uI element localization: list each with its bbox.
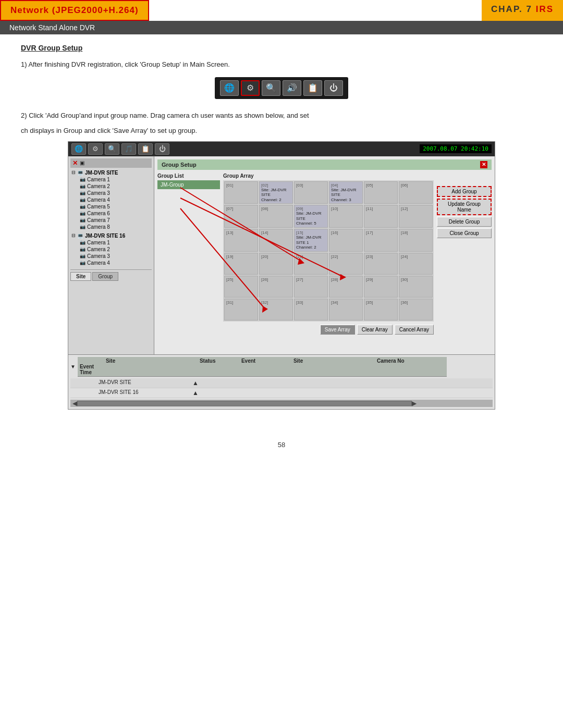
grid-cell-1[interactable]: [01] bbox=[224, 181, 258, 204]
toolbar-icon-list[interactable]: 📋 bbox=[303, 80, 322, 96]
add-group-btn[interactable]: Add Group bbox=[437, 186, 492, 197]
cell-num-20: [20] bbox=[261, 254, 268, 259]
cell-num-4: [04] bbox=[331, 183, 338, 188]
grid-cell-22[interactable]: [22] bbox=[329, 253, 363, 275]
grid-cell-27[interactable]: [27] bbox=[294, 276, 328, 298]
grid-cell-34[interactable]: [34] bbox=[329, 299, 363, 320]
grid-cell-30[interactable]: [30] bbox=[399, 276, 433, 298]
tree-camera-1-7[interactable]: 📷Camera 7 bbox=[70, 217, 152, 224]
tab-group[interactable]: Group bbox=[92, 272, 118, 281]
grid-cell-10[interactable]: [10] bbox=[329, 205, 363, 228]
grid-cell-14[interactable]: [14] bbox=[259, 229, 293, 252]
grid-cell-31[interactable]: [31] bbox=[224, 299, 258, 320]
tree-camera-1-2[interactable]: 📷Camera 2 bbox=[70, 183, 152, 190]
grid-cell-4[interactable]: [04]Site: JM-DVR SITE Channel: 3 bbox=[329, 181, 363, 204]
clear-array-btn[interactable]: Clear Array bbox=[357, 325, 393, 335]
grid-cell-15[interactable]: [15]Site: JM-DVR SITE 1 Channel: 2 bbox=[294, 229, 328, 252]
grid-cell-23[interactable]: [23] bbox=[364, 253, 398, 275]
grid-cell-5[interactable]: [05] bbox=[364, 181, 398, 204]
toolbar-icon-power[interactable]: ⏻ bbox=[324, 80, 343, 96]
scroll-right-arrow[interactable]: ▶ bbox=[412, 400, 417, 407]
step1-text: 1) After finishing DVR registration, cli… bbox=[21, 59, 542, 70]
tree-site2[interactable]: ⊟ 💻 JM-DVR SITE 16 bbox=[70, 232, 152, 239]
subheader: Network Stand Alone DVR bbox=[0, 21, 563, 34]
row1-site: JM-DVR SITE bbox=[99, 379, 192, 387]
dvr-icon-list[interactable]: 📋 bbox=[138, 143, 153, 155]
save-array-btn[interactable]: Save Array bbox=[320, 325, 355, 335]
dvr-icon-sound[interactable]: 🎵 bbox=[121, 143, 136, 155]
grid-cell-33[interactable]: [33] bbox=[294, 299, 328, 320]
chap-label: CHAP. 7 bbox=[491, 4, 536, 14]
dvr-icon-search[interactable]: 🔍 bbox=[105, 143, 119, 155]
tree-camera-2-1[interactable]: 📷Camera 1 bbox=[70, 239, 152, 246]
close-group-btn[interactable]: Close Group bbox=[437, 228, 492, 238]
grid-cell-17[interactable]: [17] bbox=[364, 229, 398, 252]
cell-num-18: [18] bbox=[401, 230, 408, 235]
tree-camera-1-6[interactable]: 📷Camera 6 bbox=[70, 210, 152, 217]
cell-num-14: [14] bbox=[261, 230, 268, 235]
tree-camera-2-3[interactable]: 📷Camera 3 bbox=[70, 253, 152, 260]
group-name-display[interactable]: JM-Group bbox=[157, 180, 220, 189]
camera-icon: 📷 bbox=[80, 204, 85, 209]
dvr-icon-setup[interactable]: ⚙ bbox=[88, 143, 103, 155]
cancel-array-btn[interactable]: Cancel Array bbox=[395, 325, 434, 335]
grid-cell-16[interactable]: [16] bbox=[329, 229, 363, 252]
tree-camera-1-3[interactable]: 📷Camera 3 bbox=[70, 190, 152, 196]
grid-cell-8[interactable]: [08] bbox=[259, 205, 293, 228]
toolbar-icon-search[interactable]: 🔍 bbox=[262, 80, 280, 96]
minimize-icon[interactable]: ▼ bbox=[70, 364, 76, 369]
group-setup-close-btn[interactable]: ✕ bbox=[480, 161, 487, 168]
grid-cell-9[interactable]: [09]Site: JM-DVR SITE Channel: 5 bbox=[294, 205, 328, 228]
toolbar-icon-setup[interactable]: ⚙ bbox=[241, 80, 260, 96]
cell-num-24: [24] bbox=[401, 254, 408, 259]
group-setup-title: Group Setup ✕ bbox=[157, 159, 492, 170]
step2-block: 2) Click 'Add Group'and input group name… bbox=[21, 110, 542, 136]
update-group-name-btn[interactable]: Update Group Name bbox=[437, 199, 492, 215]
grid-cell-12[interactable]: [12] bbox=[399, 205, 433, 228]
camera-icon: 📷 bbox=[80, 217, 85, 223]
grid-cell-35[interactable]: [35] bbox=[364, 299, 398, 320]
grid-cell-36[interactable]: [36] bbox=[399, 299, 433, 320]
cell-num-12: [12] bbox=[401, 206, 408, 211]
grid-cell-7[interactable]: [07] bbox=[224, 205, 258, 228]
grid-cell-29[interactable]: [29] bbox=[364, 276, 398, 298]
tree-site1[interactable]: ⊟ 💻 JM-DVR SITE bbox=[70, 169, 152, 176]
site2-label: JM-DVR SITE 16 bbox=[85, 233, 125, 239]
group-grid: [01][02]Site: JM-DVR SITE Channel: 2[03]… bbox=[223, 180, 434, 322]
tree-camera-2-4[interactable]: 📷Camera 4 bbox=[70, 260, 152, 266]
toolbar-icon-sound[interactable]: 🔊 bbox=[283, 80, 301, 96]
dvr-icon-network[interactable]: 🌐 bbox=[71, 143, 86, 155]
row2-camera bbox=[370, 389, 437, 397]
grid-cell-18[interactable]: [18] bbox=[399, 229, 433, 252]
col-site2: Site bbox=[293, 358, 377, 364]
grid-cell-24[interactable]: [24] bbox=[399, 253, 433, 275]
grid-cell-11[interactable]: [11] bbox=[364, 205, 398, 228]
tree-camera-2-2[interactable]: 📷Camera 2 bbox=[70, 246, 152, 253]
grid-cell-21[interactable]: [21] bbox=[294, 253, 328, 275]
site1-label: JM-DVR SITE bbox=[85, 170, 118, 176]
grid-cell-20[interactable]: [20] bbox=[259, 253, 293, 275]
tree-camera-1-1[interactable]: 📷Camera 1 bbox=[70, 176, 152, 183]
grid-cell-32[interactable]: [32] bbox=[259, 299, 293, 320]
grid-cell-28[interactable]: [28] bbox=[329, 276, 363, 298]
cell-num-28: [28] bbox=[331, 277, 338, 282]
grid-cell-19[interactable]: [19] bbox=[224, 253, 258, 275]
delete-group-btn[interactable]: Delete Group bbox=[437, 217, 492, 227]
grid-cell-3[interactable]: [03] bbox=[294, 181, 328, 204]
grid-cell-6[interactable]: [06] bbox=[399, 181, 433, 204]
grid-cell-26[interactable]: [26] bbox=[259, 276, 293, 298]
dvr-icon-power[interactable]: ⏻ bbox=[155, 143, 169, 155]
cell-num-11: [11] bbox=[366, 206, 373, 211]
tree-camera-1-5[interactable]: 📷Camera 5 bbox=[70, 203, 152, 210]
toolbar-icon-network[interactable]: 🌐 bbox=[220, 80, 239, 96]
row1-blank bbox=[72, 379, 99, 387]
grid-cell-2[interactable]: [02]Site: JM-DVR SITE Channel: 2 bbox=[259, 181, 293, 204]
tree-camera-1-8[interactable]: 📷Camera 8 bbox=[70, 224, 152, 230]
grid-cell-13[interactable]: [13] bbox=[224, 229, 258, 252]
status-scrollbar[interactable]: ◀ ▶ bbox=[70, 400, 493, 407]
close-x-icon[interactable]: ✕ bbox=[72, 159, 78, 167]
grid-cell-25[interactable]: [25] bbox=[224, 276, 258, 298]
tab-site[interactable]: Site bbox=[70, 272, 91, 281]
scroll-left-arrow[interactable]: ◀ bbox=[72, 400, 77, 407]
tree-camera-1-4[interactable]: 📷Camera 4 bbox=[70, 196, 152, 203]
